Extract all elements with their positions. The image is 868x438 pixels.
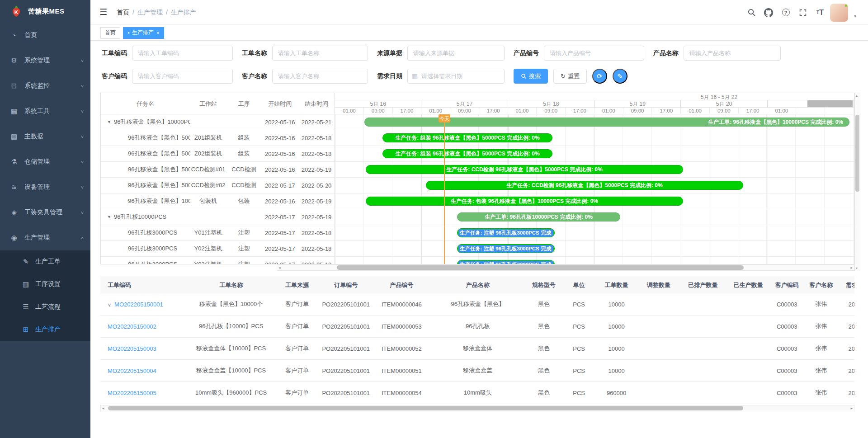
edit-schedule-button[interactable]: ✎ (613, 69, 627, 84)
timeline-hour-label: 01:00 (681, 108, 710, 114)
end-date-cell: 2022-05-18 (298, 245, 335, 252)
work-order-link[interactable]: MO202205150005 (108, 390, 156, 396)
gantt-task-row[interactable]: ▼96孔孔板10000PCS2022-05-172022-05-19 (101, 209, 335, 225)
gantt-task-bar[interactable]: 生产任务: CCD检测 96孔移液盒【黑色】5000PCS 完成比例: 0% (366, 165, 683, 174)
expand-caret-icon[interactable]: ∨ (108, 302, 111, 307)
table-column-header-已排产数量: 已排产数量 (680, 277, 726, 293)
gantt-task-bar[interactable]: 生产任务: 组装 96孔移液盒【黑色】5000PCS 完成比例: 0% (382, 133, 552, 142)
sidebar-subitem-工序设置[interactable]: ▥工序设置 (0, 273, 90, 296)
gantt-project-bar[interactable]: 生产工单: 96孔孔板10000PCS 完成比例: 0% (457, 212, 620, 221)
product-no-cell: ITEM00000052 (373, 338, 430, 360)
work-order-link[interactable]: MO202205150003 (108, 345, 156, 352)
table-row[interactable]: ∨MO202205150001移液盒【黑色】10000个客户订单PO202205… (100, 293, 854, 316)
order-no-cell: PO202205101001 (319, 293, 373, 316)
scroll-right-icon[interactable]: ▸ (850, 265, 853, 270)
font-size-icon[interactable]: TT (815, 8, 825, 18)
scroll-right-icon[interactable]: ▸ (850, 406, 853, 410)
sidebar-item-系统监控[interactable]: ⊡系统监控∨ (0, 73, 90, 99)
gantt-horizontal-scrollbar[interactable]: ◂ ▸ (277, 264, 854, 271)
客户编码-input[interactable] (132, 69, 232, 83)
expand-caret-icon[interactable]: ▼ (107, 215, 111, 219)
user-menu-caret-icon[interactable]: ▾ (854, 14, 856, 19)
gantt-task-bar[interactable]: 生产任务: 组装 96孔移液盒【黑色】5000PCS 完成比例: 0% (382, 149, 552, 158)
work-order-link[interactable]: MO202205150004 (108, 367, 156, 374)
search-row-2: 客户编码客户名称需求日期▦搜索↻重置⟳✎ (102, 69, 852, 84)
scroll-left-icon[interactable]: ◂ (102, 406, 104, 410)
sidebar-item-设备管理[interactable]: ≋设备管理∨ (0, 174, 90, 200)
客户名称-input[interactable] (273, 69, 368, 83)
产品名称-input[interactable] (684, 46, 780, 60)
table-row[interactable]: MO202205150003移液盒盒体【10000】PCS客户订单PO20220… (100, 338, 854, 360)
logo[interactable]: K 苦糖果MES (0, 0, 90, 23)
gantt-task-row[interactable]: 96孔移液盒【黑色】5000PCSZ02组装机组装2022-05-162022-… (101, 146, 335, 162)
sidebar-item-系统管理[interactable]: ⚙系统管理∨ (0, 48, 90, 73)
gantt-task-bar[interactable]: 生产任务: CCD检测 96孔移液盒【黑色】5000PCS 完成比例: 0% (426, 181, 743, 190)
sidebar-item-首页[interactable]: ◔首页 (0, 23, 90, 48)
sidebar-item-主数据[interactable]: ▤主数据∨ (0, 124, 90, 149)
sidebar-item-仓储管理[interactable]: ⚗仓储管理∨ (0, 149, 90, 174)
refresh-gantt-button[interactable]: ⟳ (592, 69, 607, 84)
scroll-left-icon[interactable]: ◂ (278, 265, 281, 270)
gantt-project-bar[interactable]: 生产工单: 96孔移液盒【黑色】10000PCS 完成比例: 0% (364, 118, 849, 127)
gantt-task-row[interactable]: ▼96孔移液盒【黑色】10000PCS2022-05-162022-05-21 (101, 114, 335, 130)
help-icon[interactable]: ? (781, 8, 791, 18)
search-icon[interactable] (746, 8, 756, 18)
breadcrumb-item-生产排产[interactable]: 生产排产 (171, 9, 196, 16)
breadcrumb-item-首页[interactable]: 首页 (117, 9, 129, 16)
qty-cell: 10000 (596, 293, 637, 316)
tab-生产排产[interactable]: ●生产排产× (123, 27, 164, 39)
sidebar-item-系统工具[interactable]: ▦系统工具∨ (0, 99, 90, 124)
table-column-header-客户编码: 客户编码 (771, 277, 803, 293)
timeline-hour-label: 09:00 (537, 108, 566, 114)
gantt-task-bar[interactable]: 生产任务: 包装 96孔移液盒【黑色】10000PCS 完成比例: 0% (366, 197, 683, 206)
tab-首页[interactable]: 首页 (100, 27, 120, 39)
sidebar-collapse-icon[interactable]: ☰ (99, 8, 109, 17)
table-column-header-需求日期: 需求日期 (839, 277, 854, 293)
search-button[interactable]: 搜索 (514, 69, 548, 84)
close-icon[interactable]: × (156, 30, 160, 36)
work-order-link[interactable]: MO202205150002 (108, 323, 156, 330)
sidebar-subitem-生产工单[interactable]: ✎生产工单 (0, 250, 90, 273)
gantt-task-row[interactable]: 96孔孔板3000PCSY01注塑机注塑2022-05-172022-05-18 (101, 225, 335, 241)
scroll-up-icon[interactable]: ▴ (856, 94, 858, 98)
产品编号-input[interactable] (544, 46, 644, 60)
produced-qty-cell (726, 360, 771, 382)
timeline-scrollbar-thumb[interactable] (807, 100, 853, 107)
avatar[interactable] (830, 4, 848, 22)
sidebar-subitem-生产排产[interactable]: ⊞生产排产 (0, 318, 90, 341)
github-icon[interactable] (764, 8, 774, 18)
work-order-link[interactable]: MO202205150001 (114, 301, 163, 308)
table-horizontal-scrollbar[interactable]: ◂ ▸ (100, 405, 854, 411)
gantt-task-row[interactable]: 96孔移液盒【黑色】5000PCSCCD检测#02CCD检测2022-05-17… (101, 178, 335, 193)
search-field-客户名称: 客户名称 (242, 69, 368, 84)
scroll-down-icon[interactable]: ▾ (856, 266, 858, 270)
gantt-task-bar[interactable]: 生产任务: 注塑 96孔孔板3000PCS 完成 (457, 244, 555, 253)
table-row[interactable]: MO20220515000296孔孔板【10000】PCS客户订单PO20220… (100, 316, 854, 338)
工单编码-input[interactable] (132, 46, 232, 60)
process-cell: 组装 (226, 134, 262, 142)
table-row[interactable]: MO20220515000510mm吸头【960000】PCS客户订单PO202… (100, 382, 854, 404)
gantt-vertical-scrollbar[interactable]: ▴ ▾ (854, 93, 860, 271)
gantt-task-bar[interactable]: 生产任务: 注塑 96孔孔板3000PCS 完成 (457, 260, 555, 264)
table-row[interactable]: MO202205150004移液盒盒盖【10000】PCS客户订单PO20220… (100, 360, 854, 382)
gantt-task-row[interactable]: 96孔孔板3000PCSY03注塑机注塑2022-05-172022-05-18 (101, 257, 335, 264)
需求日期-input[interactable] (408, 69, 504, 83)
task-name-cell: 96孔移液盒【黑色】5000PCS (101, 150, 190, 158)
gantt-task-row[interactable]: 96孔孔板3000PCSY02注塑机注塑2022-05-172022-05-18 (101, 241, 335, 257)
sidebar-item-生产管理[interactable]: ◉生产管理∧ (0, 225, 90, 250)
sidebar-subitem-工艺流程[interactable]: ☰工艺流程 (0, 296, 90, 318)
gantt-task-row[interactable]: 96孔移液盒【黑色】5000PCSCCD检测#01CCD检测2022-05-16… (101, 162, 335, 178)
来源单据-input[interactable] (408, 46, 504, 60)
breadcrumb-item-生产管理[interactable]: 生产管理 (137, 9, 163, 16)
expand-caret-icon[interactable]: ▼ (107, 120, 111, 124)
fullscreen-icon[interactable] (798, 8, 808, 18)
gantt-grid-header: 任务名工作站工序开始时间结束时间 (101, 93, 335, 114)
gantt-task-bar[interactable]: 生产任务: 注塑 96孔孔板3000PCS 完成 (457, 228, 555, 237)
gantt-task-row[interactable]: 96孔移液盒【黑色】5000PCSZ01组装机组装2022-05-162022-… (101, 130, 335, 146)
sidebar-item-工装夹具管理[interactable]: ◈工装夹具管理∨ (0, 200, 90, 225)
gantt-task-row[interactable]: 96孔移液盒【黑色】10000PCS包装机包装2022-05-162022-05… (101, 193, 335, 209)
sidebar-item-label: 系统工具 (24, 107, 80, 115)
reset-button[interactable]: ↻重置 (553, 69, 587, 84)
produced-qty-cell (726, 338, 771, 360)
工单名称-input[interactable] (273, 46, 368, 60)
